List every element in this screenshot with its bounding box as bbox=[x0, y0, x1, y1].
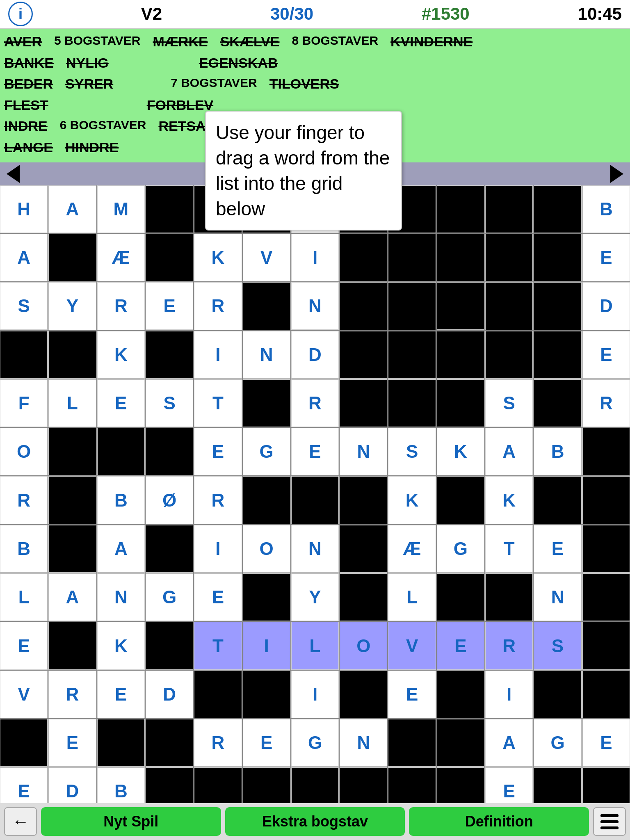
cell-4-7 bbox=[340, 379, 387, 427]
cell-5-4: E bbox=[194, 428, 242, 475]
cell-5-9: K bbox=[437, 428, 484, 475]
cell-4-0: F bbox=[0, 379, 48, 427]
cell-0-1: A bbox=[48, 185, 96, 233]
cell-11-8 bbox=[388, 719, 436, 767]
cell-3-3 bbox=[146, 331, 193, 379]
cell-6-11 bbox=[534, 476, 581, 524]
time-label: 10:45 bbox=[578, 4, 622, 24]
cell-10-10: I bbox=[485, 671, 533, 718]
header-8bogstaver: 8 BOGSTAVER bbox=[292, 32, 379, 52]
cell-3-1 bbox=[48, 331, 96, 379]
cell-7-3 bbox=[146, 525, 193, 573]
nav-right-arrow[interactable] bbox=[610, 165, 623, 183]
cell-8-1: A bbox=[48, 573, 96, 621]
cell-0-11 bbox=[534, 185, 581, 233]
cell-4-11 bbox=[534, 379, 581, 427]
word-flest: FLEST bbox=[4, 96, 48, 115]
definition-button[interactable]: Definition bbox=[409, 807, 589, 836]
header-5bogstaver: 5 BOGSTAVER bbox=[54, 32, 141, 52]
word-nylig: NYLIG bbox=[66, 53, 109, 73]
cell-11-10: A bbox=[485, 719, 533, 767]
cell-4-12: R bbox=[582, 379, 630, 427]
cell-5-3 bbox=[146, 428, 193, 475]
cell-10-5 bbox=[243, 671, 290, 718]
cell-4-4: T bbox=[194, 379, 242, 427]
cell-10-8: E bbox=[388, 671, 436, 718]
cell-1-8 bbox=[388, 234, 436, 281]
cell-7-4: I bbox=[194, 525, 242, 573]
extra-letter-button[interactable]: Ekstra bogstav bbox=[225, 807, 405, 836]
cell-6-3: Ø bbox=[146, 476, 193, 524]
cell-9-9: E bbox=[437, 622, 484, 669]
back-button[interactable]: ← bbox=[4, 807, 37, 836]
cell-4-6: R bbox=[291, 379, 339, 427]
cell-3-7 bbox=[340, 331, 387, 379]
cell-7-6: N bbox=[291, 525, 339, 573]
word-lange: LANGE bbox=[4, 138, 53, 158]
cell-10-7 bbox=[340, 671, 387, 718]
cell-11-6: G bbox=[291, 719, 339, 767]
cell-2-8 bbox=[388, 282, 436, 330]
grid-section: HAMHBAÆKVIESYRERNDKINDEFLESTRSROEGENSKAB… bbox=[0, 185, 630, 840]
cell-1-11 bbox=[534, 234, 581, 281]
word-beder: BEDER bbox=[4, 74, 53, 94]
cell-1-12: E bbox=[582, 234, 630, 281]
cell-7-10: T bbox=[485, 525, 533, 573]
tooltip-text: Use your finger to drag a word from the … bbox=[216, 122, 390, 219]
cell-6-10: K bbox=[485, 476, 533, 524]
cell-11-7: N bbox=[340, 719, 387, 767]
header-6bogstaver: 6 BOGSTAVER bbox=[60, 116, 146, 136]
cell-3-6: D bbox=[291, 331, 339, 379]
cell-11-12: E bbox=[582, 719, 630, 767]
cell-2-3: E bbox=[146, 282, 193, 330]
menu-button[interactable] bbox=[593, 807, 626, 836]
cell-8-8: L bbox=[388, 573, 436, 621]
cell-3-2: K bbox=[97, 331, 145, 379]
new-game-button[interactable]: Nyt Spil bbox=[41, 807, 221, 836]
cell-11-11: G bbox=[534, 719, 581, 767]
cell-11-1: E bbox=[48, 719, 96, 767]
cell-3-12: E bbox=[582, 331, 630, 379]
word-hindre: HINDRE bbox=[65, 138, 119, 158]
cell-3-9 bbox=[437, 331, 484, 379]
cell-3-0 bbox=[0, 331, 48, 379]
cell-1-5: V bbox=[243, 234, 290, 281]
cell-9-10: R bbox=[485, 622, 533, 669]
cell-5-0: O bbox=[0, 428, 48, 475]
cell-10-0: V bbox=[0, 671, 48, 718]
cell-9-0: E bbox=[0, 622, 48, 669]
cell-8-0: L bbox=[0, 573, 48, 621]
cell-1-2: Æ bbox=[97, 234, 145, 281]
cell-5-7: N bbox=[340, 428, 387, 475]
cell-6-6 bbox=[291, 476, 339, 524]
version-label: V2 bbox=[141, 4, 162, 24]
cell-0-0: H bbox=[0, 185, 48, 233]
cell-9-7: O bbox=[340, 622, 387, 669]
cell-7-2: A bbox=[97, 525, 145, 573]
cell-8-4: E bbox=[194, 573, 242, 621]
info-icon[interactable]: i bbox=[8, 2, 33, 26]
cell-11-2 bbox=[97, 719, 145, 767]
cell-1-10 bbox=[485, 234, 533, 281]
cell-2-12: D bbox=[582, 282, 630, 330]
word-egenskab: EGENSKAB bbox=[199, 53, 278, 73]
cell-8-3: G bbox=[146, 573, 193, 621]
cell-6-9 bbox=[437, 476, 484, 524]
nav-left-arrow[interactable] bbox=[7, 165, 20, 183]
cell-2-4: R bbox=[194, 282, 242, 330]
crossword-grid: HAMHBAÆKVIESYRERNDKINDEFLESTRSROEGENSKAB… bbox=[0, 185, 630, 815]
cell-0-2: M bbox=[97, 185, 145, 233]
wordlist-row-1: AVER 5 BOGSTAVER MÆRKE SKÆLVE 8 BOGSTAVE… bbox=[4, 32, 626, 52]
cell-7-5: O bbox=[243, 525, 290, 573]
wordlist-row-3: BEDER SYRER 7 BOGSTAVER TILOVERS bbox=[4, 74, 626, 94]
cell-5-10: A bbox=[485, 428, 533, 475]
word-banke: BANKE bbox=[4, 53, 54, 73]
cell-1-0: A bbox=[0, 234, 48, 281]
menu-line-2 bbox=[600, 820, 619, 823]
cell-3-11 bbox=[534, 331, 581, 379]
cell-6-2: B bbox=[97, 476, 145, 524]
word-skaelve: SKÆLVE bbox=[220, 32, 280, 52]
cell-9-1 bbox=[48, 622, 96, 669]
cell-11-9 bbox=[437, 719, 484, 767]
cell-8-10 bbox=[485, 573, 533, 621]
